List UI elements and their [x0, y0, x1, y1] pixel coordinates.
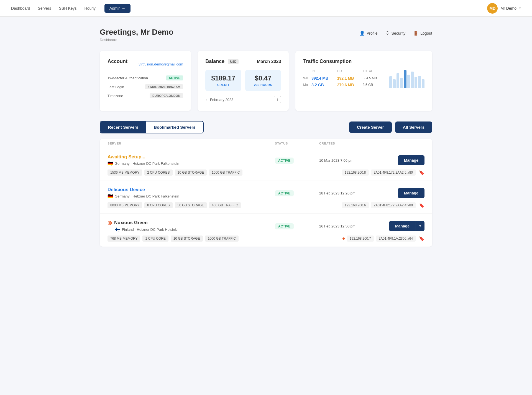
nav-dashboard[interactable]: Dashboard	[11, 6, 30, 11]
server-ip4-1: 192.168.200.8	[342, 169, 369, 176]
nav-ssh-keys[interactable]: SSH Keys	[59, 6, 77, 11]
account-card: Account virtfusion.demo@gmail.com Two-fa…	[100, 51, 191, 111]
table-row: Delicious Device 🇩🇪 Germany · Hetzner DC…	[100, 181, 432, 214]
page-content: Greetings, Mr Demo Dashboard 👤 Profile 🛡…	[89, 17, 443, 263]
status-badge-1: ACTIVE	[275, 158, 294, 164]
server-created-1: 10 Mar 2023 7:06 pm	[319, 158, 380, 163]
server-info-3: ◎ Noxious Green 🇫🇮 Finland · Hetzner DC …	[108, 220, 275, 232]
balance-prev-month[interactable]: ← February 2023	[205, 98, 233, 102]
bookmark-icon-2[interactable]: 🔖	[419, 203, 424, 208]
security-link[interactable]: 🛡 Security	[385, 31, 406, 36]
account-2fa-value: ACTIVE	[166, 75, 183, 80]
server-created-text-1: 10 Mar 2023 7:06 pm	[319, 158, 354, 163]
balance-credit-label: CREDIT	[210, 83, 237, 87]
table-row: Awaiting Setup... 🇩🇪 Germany · Hetzner D…	[100, 148, 432, 181]
profile-icon: 👤	[359, 31, 365, 36]
server-info-2: Delicious Device 🇩🇪 Germany · Hetzner DC…	[108, 187, 275, 199]
account-card-title: Account	[108, 59, 127, 64]
toolbar-buttons: Create Server All Servers	[349, 121, 432, 133]
chart-bar-5	[407, 75, 410, 88]
nav-servers[interactable]: Servers	[38, 6, 51, 11]
profile-link[interactable]: 👤 Profile	[359, 31, 378, 36]
bookmark-icon-1[interactable]: 🔖	[419, 170, 424, 175]
col-actions	[380, 142, 424, 145]
tag-memory-1: 1536 MB MEMORY	[108, 169, 142, 176]
table-header: SERVER STATUS CREATED	[100, 139, 432, 148]
avatar: MD	[487, 3, 498, 14]
security-label: Security	[392, 31, 406, 36]
server-location-1: 🇩🇪 Germany · Hetzner DC Park Falkenstein	[108, 161, 275, 166]
admin-button[interactable]: Admin →	[104, 4, 131, 13]
account-timezone-value: EUROPE/LONDON	[150, 93, 183, 98]
col-status: STATUS	[275, 142, 319, 145]
balance-hours-label: 236 HOURS	[250, 83, 277, 87]
traffic-col-out: OUT	[337, 69, 363, 73]
tag-traffic-3: 1000 GB TRAFFIC	[205, 236, 239, 242]
account-2fa-row: Two-factor Authentication ACTIVE	[108, 75, 183, 80]
bookmark-icon-3[interactable]: 🔖	[419, 236, 424, 241]
traffic-card-title: Traffic Consumption	[303, 59, 424, 64]
tag-traffic-2: 400 GB TRAFFIC	[209, 202, 241, 208]
balance-hours-amount: $0.47	[250, 74, 277, 82]
balance-credit-amount: $189.17	[210, 74, 237, 82]
account-login-row: Last Login 8 MAR 2023 10:52 AM	[108, 84, 183, 89]
traffic-table-header: IN OUT TOTAL	[303, 69, 385, 75]
chart-bar-2	[397, 73, 399, 88]
create-server-button[interactable]: Create Server	[349, 121, 392, 133]
server-loc-text-3: Finland · Hetzner DC Park Helsinki	[122, 227, 178, 232]
tab-bookmarked-servers[interactable]: Bookmarked Servers	[146, 121, 203, 133]
servers-toolbar: Recent Servers Bookmarked Servers Create…	[100, 121, 432, 133]
traffic-row-mo: Mo 3.2 GB 279.6 MB 3.5 GB	[303, 82, 385, 88]
greeting-prefix: Greetings,	[100, 28, 140, 36]
status-badge-2: ACTIVE	[275, 190, 294, 196]
all-servers-button[interactable]: All Servers	[395, 121, 432, 133]
tab-recent-servers[interactable]: Recent Servers	[100, 121, 146, 133]
manage-button-1[interactable]: Manage	[398, 155, 424, 165]
server-name-3: ◎ Noxious Green	[108, 220, 275, 226]
manage-button-2[interactable]: Manage	[398, 188, 424, 198]
account-timezone-label: Timezone	[108, 94, 123, 98]
user-name-label: Mr Demo	[500, 6, 516, 11]
user-menu[interactable]: MD Mr Demo ▾	[487, 3, 521, 14]
server-tags-3: 768 MB MEMORY 1 CPU CORE 10 GB STORAGE 1…	[108, 236, 239, 242]
server-created-text-2: 28 Feb 2023 12:26 pm	[319, 191, 355, 195]
balance-card: Balance USD March 2023 $189.17 CREDIT $0…	[198, 51, 289, 111]
account-login-value: 8 MAR 2023 10:52 AM	[145, 84, 183, 89]
server-ip4-2: 192.168.200.6	[342, 202, 369, 208]
tag-memory-2: 8000 MB MEMORY	[108, 202, 142, 208]
manage-main-button-3[interactable]: Manage	[389, 221, 416, 231]
traffic-mo-total: 3.5 GB	[363, 83, 385, 87]
chart-bar-0	[389, 76, 392, 88]
server-loc-text-1: Germany · Hetzner DC Park Falkenstein	[115, 161, 179, 166]
nav-hourly[interactable]: Hourly	[85, 6, 96, 11]
profile-label: Profile	[367, 31, 378, 36]
account-rows: Two-factor Authentication ACTIVE Last Lo…	[108, 75, 183, 98]
traffic-wk-in: 392.4 MB	[311, 76, 337, 80]
breadcrumb: Dashboard	[100, 38, 173, 42]
cards-row: Account virtfusion.demo@gmail.com Two-fa…	[100, 51, 432, 111]
manage-split-button-3: Manage ▾	[389, 221, 424, 231]
balance-credit-box: $189.17 CREDIT	[205, 70, 241, 91]
server-flag-2: 🇩🇪	[108, 194, 113, 199]
traffic-mo-label: Mo	[303, 83, 311, 87]
server-tags-2: 8000 MB MEMORY 8 CPU CORES 50 GB STORAGE…	[108, 202, 241, 208]
balance-info-icon[interactable]: i	[274, 96, 281, 103]
chart-bar-7	[415, 77, 417, 88]
manage-caret-button-3[interactable]: ▾	[416, 221, 424, 231]
balance-currency: USD	[228, 59, 239, 64]
tag-cpu-2: 8 CPU CORES	[144, 202, 172, 208]
col-server: SERVER	[108, 142, 275, 145]
logout-link[interactable]: 🚪 Logout	[413, 31, 432, 36]
col-created: CREATED	[319, 142, 380, 145]
server-created-3: 26 Feb 2023 12:50 pm	[319, 224, 380, 228]
traffic-mo-out: 279.6 MB	[337, 83, 363, 87]
server-created-text-3: 26 Feb 2023 12:50 pm	[319, 224, 355, 228]
server-location-2: 🇩🇪 Germany · Hetzner DC Park Falkenstein	[108, 194, 275, 199]
server-created-2: 28 Feb 2023 12:26 pm	[319, 191, 380, 195]
page-title: Greetings, Mr Demo	[100, 28, 173, 37]
server-status-2: ACTIVE	[275, 191, 319, 195]
traffic-chart	[389, 69, 424, 88]
greeting-name: Mr Demo	[140, 28, 173, 36]
server-info-1: Awaiting Setup... 🇩🇪 Germany · Hetzner D…	[108, 154, 275, 166]
chart-bar-4	[404, 70, 406, 88]
